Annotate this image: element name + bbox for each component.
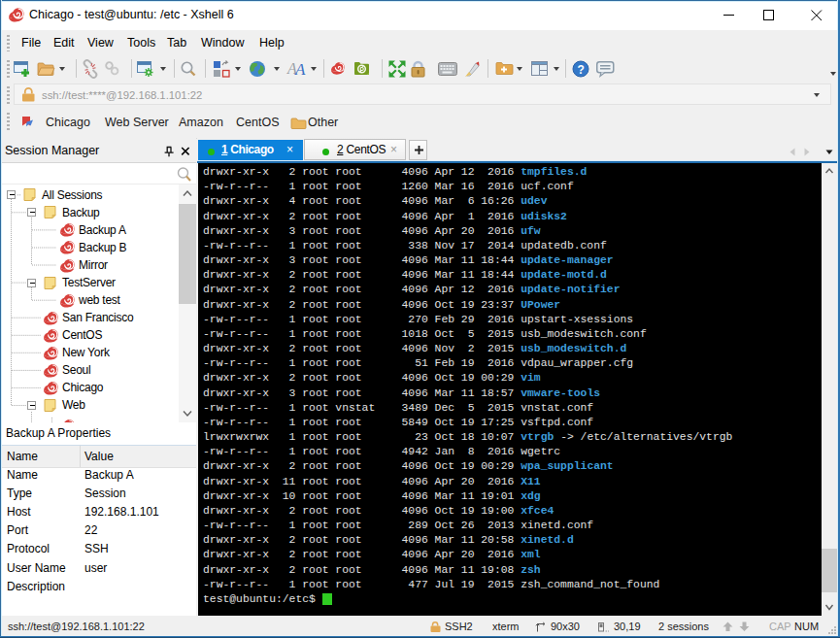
svg-text:?: ?: [578, 63, 585, 77]
svg-text:A: A: [294, 60, 306, 79]
